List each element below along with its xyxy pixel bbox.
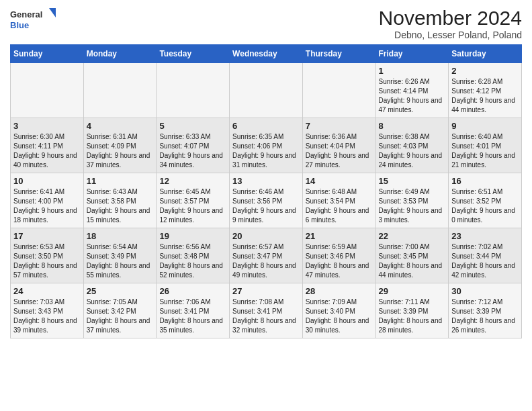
day-number: 30 bbox=[451, 286, 519, 296]
col-sunday: Sunday bbox=[11, 45, 84, 63]
calendar-cell: 17Sunrise: 6:53 AM Sunset: 3:50 PM Dayli… bbox=[11, 228, 84, 283]
calendar-cell: 18Sunrise: 6:54 AM Sunset: 3:49 PM Dayli… bbox=[83, 228, 157, 283]
col-friday: Friday bbox=[375, 45, 449, 63]
day-info: Sunrise: 6:38 AM Sunset: 4:03 PM Dayligh… bbox=[379, 132, 446, 170]
day-number: 7 bbox=[306, 121, 373, 131]
calendar-cell: 26Sunrise: 7:06 AM Sunset: 3:41 PM Dayli… bbox=[157, 283, 230, 338]
day-number: 20 bbox=[232, 231, 300, 241]
day-number: 4 bbox=[87, 121, 154, 131]
calendar-cell: 15Sunrise: 6:49 AM Sunset: 3:53 PM Dayli… bbox=[375, 173, 449, 228]
calendar-cell bbox=[11, 63, 84, 118]
day-number: 6 bbox=[232, 121, 300, 131]
svg-text:General: General bbox=[10, 9, 42, 19]
calendar-cell: 16Sunrise: 6:51 AM Sunset: 3:52 PM Dayli… bbox=[449, 173, 522, 228]
page: General Blue November 2024 Debno, Lesser… bbox=[0, 0, 532, 345]
day-number: 18 bbox=[87, 231, 154, 241]
calendar-subtitle: Debno, Lesser Poland, Poland bbox=[379, 30, 522, 40]
calendar-cell: 12Sunrise: 6:45 AM Sunset: 3:57 PM Dayli… bbox=[157, 173, 230, 228]
calendar-cell: 1Sunrise: 6:26 AM Sunset: 4:14 PM Daylig… bbox=[375, 63, 449, 118]
week-row-5: 24Sunrise: 7:03 AM Sunset: 3:43 PM Dayli… bbox=[11, 283, 522, 338]
calendar-cell bbox=[302, 63, 375, 118]
day-info: Sunrise: 6:51 AM Sunset: 3:52 PM Dayligh… bbox=[451, 187, 519, 225]
col-wednesday: Wednesday bbox=[230, 45, 303, 63]
calendar-cell: 10Sunrise: 6:41 AM Sunset: 4:00 PM Dayli… bbox=[11, 173, 84, 228]
day-info: Sunrise: 6:33 AM Sunset: 4:07 PM Dayligh… bbox=[159, 132, 226, 170]
day-info: Sunrise: 7:08 AM Sunset: 3:41 PM Dayligh… bbox=[232, 298, 300, 335]
day-info: Sunrise: 7:12 AM Sunset: 3:39 PM Dayligh… bbox=[451, 298, 519, 335]
day-number: 3 bbox=[13, 121, 81, 131]
day-number: 27 bbox=[232, 286, 300, 296]
logo: General Blue bbox=[10, 7, 57, 35]
calendar-table: Sunday Monday Tuesday Wednesday Thursday… bbox=[10, 44, 522, 338]
week-row-3: 10Sunrise: 6:41 AM Sunset: 4:00 PM Dayli… bbox=[11, 173, 522, 228]
header: General Blue November 2024 Debno, Lesser… bbox=[10, 7, 522, 40]
calendar-cell: 27Sunrise: 7:08 AM Sunset: 3:41 PM Dayli… bbox=[230, 283, 303, 338]
calendar-cell: 29Sunrise: 7:11 AM Sunset: 3:39 PM Dayli… bbox=[375, 283, 449, 338]
day-info: Sunrise: 7:09 AM Sunset: 3:40 PM Dayligh… bbox=[306, 298, 373, 335]
day-number: 28 bbox=[306, 286, 373, 296]
calendar-cell: 13Sunrise: 6:46 AM Sunset: 3:56 PM Dayli… bbox=[230, 173, 303, 228]
week-row-1: 1Sunrise: 6:26 AM Sunset: 4:14 PM Daylig… bbox=[11, 63, 522, 118]
day-info: Sunrise: 6:26 AM Sunset: 4:14 PM Dayligh… bbox=[379, 77, 446, 115]
day-info: Sunrise: 7:03 AM Sunset: 3:43 PM Dayligh… bbox=[13, 298, 81, 335]
day-info: Sunrise: 7:00 AM Sunset: 3:45 PM Dayligh… bbox=[379, 242, 446, 280]
calendar-cell bbox=[230, 63, 303, 118]
day-number: 19 bbox=[159, 231, 226, 241]
day-info: Sunrise: 6:59 AM Sunset: 3:46 PM Dayligh… bbox=[306, 242, 373, 280]
calendar-cell: 2Sunrise: 6:28 AM Sunset: 4:12 PM Daylig… bbox=[449, 63, 522, 118]
day-info: Sunrise: 6:36 AM Sunset: 4:04 PM Dayligh… bbox=[306, 132, 373, 170]
day-number: 8 bbox=[379, 121, 446, 131]
svg-text:Blue: Blue bbox=[10, 20, 29, 30]
day-number: 10 bbox=[13, 176, 81, 186]
day-number: 29 bbox=[379, 286, 446, 296]
day-info: Sunrise: 6:48 AM Sunset: 3:54 PM Dayligh… bbox=[306, 187, 373, 225]
calendar-cell: 6Sunrise: 6:35 AM Sunset: 4:06 PM Daylig… bbox=[230, 118, 303, 173]
calendar-cell: 28Sunrise: 7:09 AM Sunset: 3:40 PM Dayli… bbox=[302, 283, 375, 338]
day-info: Sunrise: 6:40 AM Sunset: 4:01 PM Dayligh… bbox=[451, 132, 519, 170]
day-number: 26 bbox=[159, 286, 226, 296]
calendar-cell: 11Sunrise: 6:43 AM Sunset: 3:58 PM Dayli… bbox=[83, 173, 157, 228]
col-monday: Monday bbox=[83, 45, 157, 63]
calendar-cell: 25Sunrise: 7:05 AM Sunset: 3:42 PM Dayli… bbox=[83, 283, 157, 338]
logo-icon: General Blue bbox=[10, 7, 57, 32]
day-info: Sunrise: 7:05 AM Sunset: 3:42 PM Dayligh… bbox=[87, 298, 154, 335]
week-row-4: 17Sunrise: 6:53 AM Sunset: 3:50 PM Dayli… bbox=[11, 228, 522, 283]
calendar-cell: 19Sunrise: 6:56 AM Sunset: 3:48 PM Dayli… bbox=[157, 228, 230, 283]
day-info: Sunrise: 6:30 AM Sunset: 4:11 PM Dayligh… bbox=[13, 132, 81, 170]
day-info: Sunrise: 7:06 AM Sunset: 3:41 PM Dayligh… bbox=[159, 298, 226, 335]
calendar-cell: 23Sunrise: 7:02 AM Sunset: 3:44 PM Dayli… bbox=[449, 228, 522, 283]
calendar-cell: 22Sunrise: 7:00 AM Sunset: 3:45 PM Dayli… bbox=[375, 228, 449, 283]
day-number: 24 bbox=[13, 286, 81, 296]
calendar-cell: 20Sunrise: 6:57 AM Sunset: 3:47 PM Dayli… bbox=[230, 228, 303, 283]
day-info: Sunrise: 6:56 AM Sunset: 3:48 PM Dayligh… bbox=[159, 242, 226, 280]
col-tuesday: Tuesday bbox=[157, 45, 230, 63]
day-number: 11 bbox=[87, 176, 154, 186]
day-info: Sunrise: 6:46 AM Sunset: 3:56 PM Dayligh… bbox=[232, 187, 300, 225]
calendar-header-row: Sunday Monday Tuesday Wednesday Thursday… bbox=[11, 45, 522, 63]
calendar-cell: 7Sunrise: 6:36 AM Sunset: 4:04 PM Daylig… bbox=[302, 118, 375, 173]
day-number: 25 bbox=[87, 286, 154, 296]
day-number: 21 bbox=[306, 231, 373, 241]
calendar-cell: 24Sunrise: 7:03 AM Sunset: 3:43 PM Dayli… bbox=[11, 283, 84, 338]
day-number: 9 bbox=[451, 121, 519, 131]
calendar-cell: 30Sunrise: 7:12 AM Sunset: 3:39 PM Dayli… bbox=[449, 283, 522, 338]
calendar-cell: 14Sunrise: 6:48 AM Sunset: 3:54 PM Dayli… bbox=[302, 173, 375, 228]
day-info: Sunrise: 6:28 AM Sunset: 4:12 PM Dayligh… bbox=[451, 77, 519, 115]
calendar-cell bbox=[83, 63, 157, 118]
day-number: 22 bbox=[379, 231, 446, 241]
day-info: Sunrise: 6:49 AM Sunset: 3:53 PM Dayligh… bbox=[379, 187, 446, 225]
col-saturday: Saturday bbox=[449, 45, 522, 63]
day-info: Sunrise: 6:35 AM Sunset: 4:06 PM Dayligh… bbox=[232, 132, 300, 170]
col-thursday: Thursday bbox=[302, 45, 375, 63]
calendar-cell: 5Sunrise: 6:33 AM Sunset: 4:07 PM Daylig… bbox=[157, 118, 230, 173]
day-info: Sunrise: 6:53 AM Sunset: 3:50 PM Dayligh… bbox=[13, 242, 81, 280]
day-number: 1 bbox=[379, 66, 446, 76]
week-row-2: 3Sunrise: 6:30 AM Sunset: 4:11 PM Daylig… bbox=[11, 118, 522, 173]
day-number: 14 bbox=[306, 176, 373, 186]
day-info: Sunrise: 7:02 AM Sunset: 3:44 PM Dayligh… bbox=[451, 242, 519, 280]
day-info: Sunrise: 6:57 AM Sunset: 3:47 PM Dayligh… bbox=[232, 242, 300, 280]
day-number: 2 bbox=[451, 66, 519, 76]
day-number: 15 bbox=[379, 176, 446, 186]
title-block: November 2024 Debno, Lesser Poland, Pola… bbox=[379, 7, 522, 40]
day-info: Sunrise: 6:41 AM Sunset: 4:00 PM Dayligh… bbox=[13, 187, 81, 225]
